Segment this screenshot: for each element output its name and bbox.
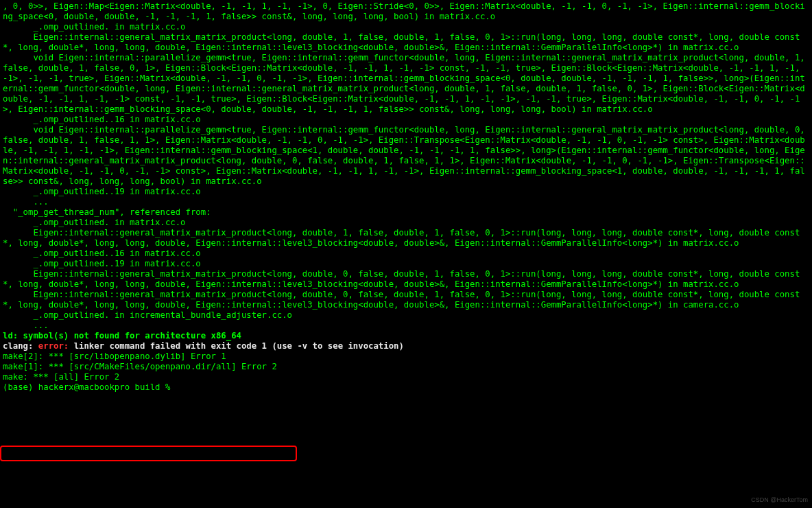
terminal-text: Eigen::internal::general_matrix_matrix_p…	[3, 290, 800, 310]
terminal-text: void Eigen::internal::parallelize_gemm<t…	[3, 125, 810, 186]
terminal-line: Eigen::internal::general_matrix_matrix_p…	[3, 269, 809, 290]
terminal-output[interactable]: , 0, 0>>, Eigen::Map<Eigen::Matrix<doubl…	[0, 0, 812, 394]
terminal-text: linker command failed with exit code 1 (…	[74, 341, 404, 351]
terminal-text: _.omp_outlined..19 in matrix.cc.o	[3, 259, 201, 268]
terminal-text: void Eigen::internal::parallelize_gemm<t…	[3, 53, 810, 114]
annotation-arrow	[0, 394, 812, 508]
terminal-line: clang: error: linker command failed with…	[3, 341, 809, 351]
terminal-line: Eigen::internal::general_matrix_matrix_p…	[3, 228, 809, 249]
terminal-line: , 0, 0>>, Eigen::Map<Eigen::Matrix<doubl…	[3, 1, 809, 22]
terminal-text: make: *** [all] Error 2	[3, 372, 119, 382]
terminal-line: ld: symbol(s) not found for architecture…	[3, 331, 809, 341]
terminal-line: Eigen::internal::general_matrix_matrix_p…	[3, 32, 809, 53]
watermark: CSDN @HackerTom	[751, 495, 808, 505]
terminal-text: clang:	[3, 341, 38, 351]
terminal-text: _.omp_outlined. in matrix.cc.o	[3, 22, 186, 32]
terminal-text: , 0, 0>>, Eigen::Map<Eigen::Matrix<doubl…	[3, 1, 805, 21]
terminal-line: _.omp_outlined..16 in matrix.cc.o	[3, 115, 809, 125]
terminal-line: Eigen::internal::general_matrix_matrix_p…	[3, 290, 809, 310]
terminal-line: _.omp_outlined..19 in matrix.cc.o	[3, 259, 809, 269]
terminal-line: ...	[3, 197, 809, 207]
terminal-text: ...	[3, 321, 49, 330]
terminal-text: (base) hackerx@macbookpro build %	[3, 382, 176, 392]
terminal-line: _.omp_outlined..19 in matrix.cc.o	[3, 187, 809, 197]
terminal-text: make[2]: *** [src/libopenpano.dylib] Err…	[3, 351, 226, 361]
terminal-text: Eigen::internal::general_matrix_matrix_p…	[3, 228, 800, 248]
terminal-line: _.omp_outlined..16 in matrix.cc.o	[3, 249, 809, 259]
terminal-line: void Eigen::internal::parallelize_gemm<t…	[3, 53, 809, 115]
terminal-text: _.omp_outlined. in incremental_bundle_ad…	[3, 310, 292, 320]
terminal-text: _.omp_outlined..16 in matrix.cc.o	[3, 115, 201, 124]
terminal-line: make[2]: *** [src/libopenpano.dylib] Err…	[3, 351, 809, 362]
terminal-line: (base) hackerx@macbookpro build %	[3, 382, 809, 393]
terminal-line: make: *** [all] Error 2	[3, 372, 809, 382]
terminal-line: ...	[3, 321, 809, 331]
terminal-text: Eigen::internal::general_matrix_matrix_p…	[3, 32, 800, 52]
terminal-text: make[1]: *** [src/CMakeFiles/openpano.di…	[3, 362, 277, 371]
terminal-line: _.omp_outlined. in matrix.cc.o	[3, 22, 809, 32]
terminal-line: "_omp_get_thread_num", referenced from:	[3, 207, 809, 218]
terminal-text: Eigen::internal::general_matrix_matrix_p…	[3, 269, 800, 289]
terminal-text: "_omp_get_thread_num", referenced from:	[3, 207, 211, 217]
terminal-line: _.omp_outlined. in incremental_bundle_ad…	[3, 310, 809, 321]
terminal-text: _.omp_outlined. in matrix.cc.o	[3, 218, 186, 227]
terminal-text: _.omp_outlined..16 in matrix.cc.o	[3, 249, 201, 258]
terminal-line: make[1]: *** [src/CMakeFiles/openpano.di…	[3, 362, 809, 372]
error-highlight-box	[0, 446, 297, 461]
terminal-text: ld: symbol(s) not found for architecture…	[3, 331, 241, 340]
terminal-line: void Eigen::internal::parallelize_gemm<t…	[3, 125, 809, 187]
terminal-line: _.omp_outlined. in matrix.cc.o	[3, 218, 809, 228]
terminal-text: _.omp_outlined..19 in matrix.cc.o	[3, 187, 201, 196]
terminal-text: error:	[38, 341, 74, 351]
terminal-text: ...	[3, 197, 49, 207]
